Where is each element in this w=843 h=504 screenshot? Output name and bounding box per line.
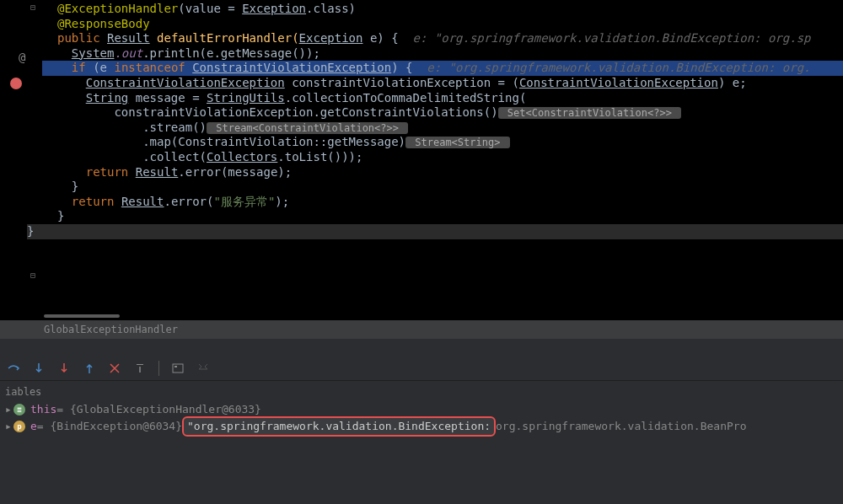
expand-arrow-icon[interactable]: ▸ xyxy=(5,418,13,435)
code-editor[interactable]: @ ⊟ ⊟ ⊟ @ExceptionHandler(value = Except… xyxy=(0,0,843,312)
debug-panel: iables ▸ ≡ this = {GlobalExceptionHandle… xyxy=(0,339,843,504)
text: .map(ConstraintViolation::getMessage) xyxy=(142,135,405,148)
method: defaultErrorHandler( xyxy=(150,31,299,45)
text: constraintViolationException.getConstrai… xyxy=(114,105,497,119)
text: ) { xyxy=(391,61,412,74)
fold-icon[interactable]: ⊟ xyxy=(30,3,35,12)
type: StringUtils xyxy=(207,91,285,105)
class-ref: Exception xyxy=(242,2,306,15)
text: .error( xyxy=(164,195,213,208)
field-icon: ≡ xyxy=(13,404,25,416)
type-hint: Set<ConstraintViolation<?>> xyxy=(498,107,682,119)
variable-name: e xyxy=(30,418,37,435)
code-line[interactable]: } xyxy=(27,224,843,239)
annotation-gutter-icon: @ xyxy=(19,51,25,64)
text: value = xyxy=(185,2,242,15)
code-line[interactable]: .stream() Stream<ConstraintViolation<?>> xyxy=(42,121,843,136)
text: .println(e.getMessage()); xyxy=(142,46,320,60)
run-to-cursor-icon[interactable] xyxy=(133,362,147,375)
code-line[interactable]: constraintViolationException.getConstrai… xyxy=(42,105,843,121)
variable-row[interactable]: ▸ p e = {BindException@6034} "org.spring… xyxy=(0,418,843,435)
type: Collectors xyxy=(207,150,277,164)
type: Result xyxy=(107,31,150,45)
breadcrumb-bar[interactable]: GlobalExceptionHandler xyxy=(0,320,843,339)
keyword: public xyxy=(57,31,107,45)
text: ( xyxy=(178,2,185,15)
type: ConstraintViolationException xyxy=(192,61,391,74)
variables-header: iables xyxy=(0,381,843,401)
code-line[interactable]: return Result.error("服务异常"); xyxy=(42,195,843,210)
annotation: @ResponseBody xyxy=(57,17,150,30)
type: Exception xyxy=(299,31,363,45)
text: ) e; xyxy=(718,76,747,89)
code-line[interactable]: @ExceptionHandler(value = Exception.clas… xyxy=(42,2,843,17)
brace: } xyxy=(27,224,34,238)
step-over-icon[interactable] xyxy=(7,362,20,375)
brace: } xyxy=(57,209,64,223)
type-hint: Stream<ConstraintViolation<?>> xyxy=(207,122,408,134)
text: .collect( xyxy=(142,150,207,164)
code-line[interactable]: .collect(Collectors.toList())); xyxy=(42,150,843,165)
svg-rect-1 xyxy=(173,364,183,373)
horizontal-scrollbar[interactable] xyxy=(0,312,843,320)
keyword: if xyxy=(72,61,93,74)
string: "服务异常" xyxy=(213,195,275,208)
code-line[interactable]: ConstraintViolationException constraintV… xyxy=(42,76,843,91)
debug-toolbar xyxy=(0,356,843,381)
trace-icon[interactable] xyxy=(196,362,210,375)
text: (e xyxy=(93,61,114,74)
evaluate-icon[interactable] xyxy=(171,362,185,375)
text: .collectionToCommaDelimitedString( xyxy=(285,91,527,105)
type: Result xyxy=(136,165,179,179)
brace: } xyxy=(72,180,78,193)
text: .toList())); xyxy=(277,150,362,164)
code-line[interactable]: String message = StringUtils.collectionT… xyxy=(42,91,843,106)
param-icon: p xyxy=(13,421,25,432)
separator xyxy=(158,361,159,376)
type: ConstraintViolationException xyxy=(86,76,285,89)
breakpoint-icon[interactable] xyxy=(10,78,22,89)
variable-name: this xyxy=(30,401,56,418)
text: .class) xyxy=(306,2,356,15)
code-line[interactable]: } xyxy=(42,209,843,224)
step-into-icon[interactable] xyxy=(32,362,46,375)
code-line[interactable]: public Result defaultErrorHandler(Except… xyxy=(42,31,843,46)
gutter: @ ⊟ ⊟ ⊟ xyxy=(0,0,42,312)
type: String xyxy=(86,91,129,105)
code-line[interactable]: } xyxy=(42,180,843,195)
code-line[interactable]: @ResponseBody xyxy=(42,17,843,32)
inline-debug-hint: e: "org.springframework.validation.BindE… xyxy=(412,61,810,74)
code-line[interactable]: return Result.error(message); xyxy=(42,165,843,180)
highlighted-value: "org.springframework.validation.BindExce… xyxy=(182,416,496,437)
code-line-current[interactable]: if (e instanceof ConstraintViolationExce… xyxy=(42,61,843,76)
code-line[interactable]: System.out.println(e.getMessage()); xyxy=(42,46,843,62)
variable-row[interactable]: ▸ ≡ this = {GlobalExceptionHandler@6033} xyxy=(0,401,843,418)
svg-rect-0 xyxy=(137,364,143,365)
class-ref: System xyxy=(72,46,115,60)
keyword: return xyxy=(72,195,121,208)
expand-arrow-icon[interactable]: ▸ xyxy=(5,401,13,418)
text: .error(message); xyxy=(178,165,292,179)
fold-icon[interactable]: ⊟ xyxy=(30,271,35,280)
code-area[interactable]: @ExceptionHandler(value = Exception.clas… xyxy=(42,0,843,239)
text: message = xyxy=(128,91,207,105)
variable-value: = {BindException@6034} xyxy=(37,418,182,435)
svg-rect-2 xyxy=(175,366,177,367)
type-hint: Stream<String> xyxy=(405,137,510,148)
variable-value: = {GlobalExceptionHandler@6033} xyxy=(56,401,261,418)
text: e) { xyxy=(362,31,398,45)
type: Result xyxy=(121,195,164,208)
field: .out xyxy=(114,46,142,60)
text: constraintViolationException = ( xyxy=(285,76,519,89)
variable-value: org.springframework.validation.BeanPro xyxy=(496,418,746,435)
text: ); xyxy=(275,195,289,208)
keyword: return xyxy=(86,165,136,179)
drop-frame-icon[interactable] xyxy=(108,362,121,375)
scrollbar-thumb[interactable] xyxy=(44,314,120,318)
force-step-into-icon[interactable] xyxy=(57,362,71,375)
code-line[interactable]: .map(ConstraintViolation::getMessage) St… xyxy=(42,135,843,150)
breadcrumb-item[interactable]: GlobalExceptionHandler xyxy=(44,324,178,335)
keyword: instanceof xyxy=(114,61,192,74)
step-out-icon[interactable] xyxy=(83,362,96,375)
annotation: @ExceptionHandler xyxy=(57,2,178,15)
